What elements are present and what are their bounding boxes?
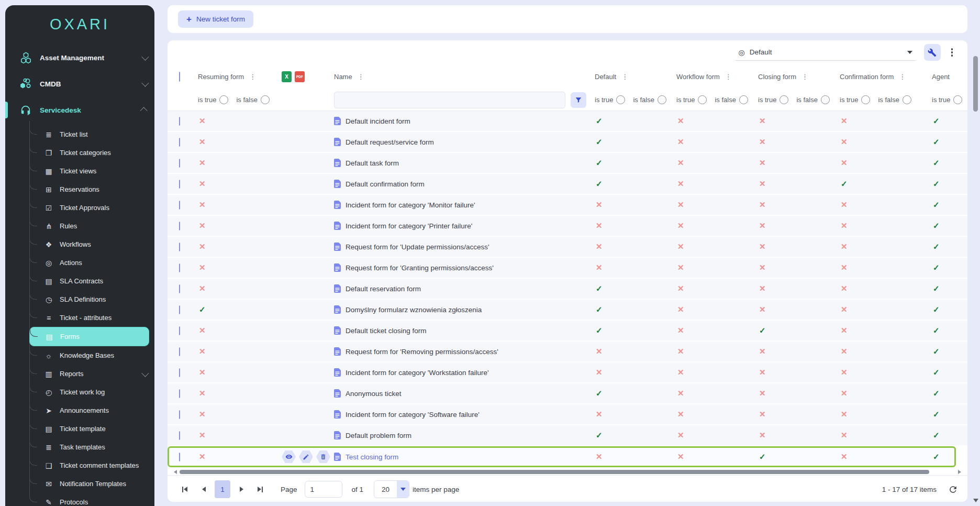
column-menu-icon[interactable]: ⋮ [249, 73, 256, 81]
table-row[interactable]: ✕Request form for 'Removing permissions/… [168, 342, 967, 362]
row-checkbox[interactable] [179, 305, 180, 314]
new-ticket-form-button[interactable]: + New ticket form [178, 10, 253, 28]
is-true-radio[interactable] [698, 95, 707, 104]
table-row[interactable]: ✕Default task form✓✕✕✕✓ [168, 153, 967, 174]
sidebar-item-task-templates[interactable]: ≣Task templates [29, 438, 154, 456]
table-row[interactable]: ✕Default ticket closing form✓✕✓✕✓ [168, 321, 967, 342]
column-menu-icon[interactable]: ⋮ [358, 73, 364, 81]
first-page-button[interactable] [177, 481, 193, 498]
table-row[interactable]: ✕Incident form for category 'Printer fai… [168, 216, 967, 237]
column-menu-icon[interactable]: ⋮ [899, 73, 906, 81]
is-true-radio[interactable] [779, 95, 788, 104]
row-checkbox[interactable] [179, 453, 180, 461]
sidebar-item-ticket-list[interactable]: ≣Ticket list [29, 125, 154, 144]
row-checkbox[interactable] [179, 263, 180, 272]
sidebar-item-ticket-work-log[interactable]: ◴Ticket work log [29, 383, 154, 401]
scroll-down-arrow-icon[interactable] [973, 499, 978, 502]
table-row[interactable]: ✕Default incident form✓✕✕✕✓ [168, 111, 967, 132]
sidebar-item-ticket-approvals[interactable]: ☑Ticket Approvals [29, 199, 154, 217]
sidebar-item-knowledge-bases[interactable]: ☼Knowledge Bases [29, 346, 154, 365]
row-checkbox[interactable] [179, 201, 180, 210]
horizontal-scrollbar[interactable] [174, 469, 961, 474]
table-row[interactable]: ✕Anonymous ticket✓✕✕✕✓ [168, 383, 967, 404]
sidebar-item-ticket-categories[interactable]: ❐Ticket categories [29, 144, 154, 162]
sidebar-item-ticket-template[interactable]: ▤Ticket template [29, 420, 154, 438]
delete-action-button[interactable] [316, 450, 330, 464]
edit-action-button[interactable] [299, 450, 313, 464]
export-excel-icon[interactable]: X [282, 71, 292, 82]
page-number-input[interactable] [305, 481, 342, 498]
vertical-scroll-thumb[interactable] [973, 56, 978, 112]
sidebar-item-sla-contracts[interactable]: ▤SLA Contracts [29, 272, 154, 290]
sidebar-item-forms[interactable]: ▤Forms [29, 327, 149, 346]
is-true-radio[interactable] [861, 95, 870, 104]
refresh-icon[interactable] [948, 485, 958, 494]
next-page-button[interactable] [233, 481, 249, 498]
column-menu-icon[interactable]: ⋮ [725, 73, 732, 81]
select-all-checkbox[interactable] [179, 72, 180, 82]
sidebar-item-ticket-views[interactable]: ▦Ticket views [29, 162, 154, 180]
table-row[interactable]: ✓Domyślny formularz wznowienia zgłoszeni… [168, 300, 967, 321]
scroll-right-arrow-icon[interactable] [958, 470, 961, 474]
is-true-radio[interactable] [219, 95, 228, 104]
is-false-radio[interactable] [821, 95, 830, 104]
table-row[interactable]: ✕Incident form for category 'Software fa… [168, 404, 967, 425]
grid-settings-wrench-button[interactable] [924, 44, 941, 61]
sidebar-item-reports[interactable]: ▥Reports [29, 365, 154, 383]
sidebar-item-announcements[interactable]: ➤Announcements [29, 401, 154, 420]
sidebar-item-protocols[interactable]: ✎Protocols [29, 493, 154, 506]
row-checkbox[interactable] [179, 326, 180, 335]
sidebar-section-asset-management[interactable]: Asset Management [5, 45, 154, 71]
sidebar-item-sla-definitions[interactable]: ◷SLA Definitions [29, 290, 154, 309]
column-menu-icon[interactable]: ⋮ [801, 73, 808, 81]
name-filter-input[interactable] [334, 92, 565, 108]
is-false-radio[interactable] [261, 95, 270, 104]
sidebar-item-notification-templates[interactable]: ✉Notification Templates [29, 475, 154, 493]
sidebar-item-workflows[interactable]: ❖Workflows [29, 235, 154, 254]
row-checkbox[interactable] [179, 368, 180, 377]
table-row[interactable]: ✕Incident form for category 'Monitor fai… [168, 195, 967, 216]
is-true-radio[interactable] [616, 95, 625, 104]
previous-page-button[interactable] [196, 481, 211, 498]
is-false-radio[interactable] [903, 95, 911, 104]
is-true-radio[interactable] [953, 95, 962, 104]
sidebar-item-ticket-comment-templates[interactable]: ❑Ticket comment templates [29, 456, 154, 475]
sidebar-item-rules[interactable]: ⋔Rules [29, 217, 154, 235]
row-checkbox[interactable] [179, 138, 180, 147]
sidebar-section-servicedesk[interactable]: Servicedesk [5, 97, 154, 123]
more-menu-button[interactable] [949, 46, 955, 59]
table-row[interactable]: ✕Default reservation form✓✕✕✕✓ [168, 279, 967, 300]
vertical-scrollbar[interactable] [972, 42, 979, 506]
row-checkbox[interactable] [179, 347, 180, 356]
row-checkbox[interactable] [179, 284, 180, 293]
scroll-left-arrow-icon[interactable] [174, 470, 177, 474]
is-false-radio[interactable] [739, 95, 748, 104]
is-false-radio[interactable] [658, 95, 666, 104]
row-checkbox[interactable] [179, 159, 180, 168]
table-row[interactable]: ✕Default request/service form✓✕✕✕✓ [168, 132, 967, 153]
name-filter-funnel-button[interactable] [571, 92, 586, 108]
export-pdf-icon[interactable]: PDF [295, 71, 305, 82]
table-row[interactable]: ✕Incident form for category 'Workstation… [168, 362, 967, 383]
row-checkbox[interactable] [179, 389, 180, 398]
page-1-button[interactable]: 1 [215, 480, 230, 498]
last-page-button[interactable] [252, 481, 268, 498]
row-checkbox[interactable] [179, 117, 180, 126]
column-menu-icon[interactable]: ⋮ [621, 73, 628, 81]
page-size-select[interactable]: 20 [374, 480, 409, 498]
sidebar-item-reservations[interactable]: ⊞Reservations [29, 180, 154, 199]
row-checkbox[interactable] [179, 222, 180, 230]
table-row[interactable]: ✕Request form for 'Update permissions/ac… [168, 237, 967, 258]
view-selector[interactable]: ◎ Default [736, 45, 916, 61]
row-checkbox[interactable] [179, 431, 180, 440]
horizontal-scroll-thumb[interactable] [180, 470, 929, 474]
sidebar-item-actions[interactable]: ◎Actions [29, 254, 154, 272]
row-checkbox[interactable] [179, 243, 180, 251]
sidebar-item-ticket-attributes[interactable]: ≡Ticket - attributes [29, 309, 154, 327]
view-action-button[interactable] [282, 450, 296, 464]
row-checkbox[interactable] [179, 180, 180, 189]
sidebar-section-cmdb[interactable]: CMDB [5, 71, 154, 97]
table-row[interactable]: ✕Test closing form✕✕✓✕✓ [168, 446, 956, 467]
row-checkbox[interactable] [179, 410, 180, 419]
table-row[interactable]: ✕Default confirmation form✓✕✕✓✓ [168, 174, 967, 195]
